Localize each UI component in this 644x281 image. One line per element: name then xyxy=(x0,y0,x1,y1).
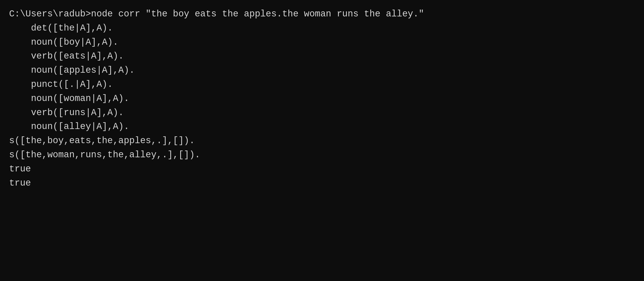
output-line: verb([eats|A],A). xyxy=(9,49,635,63)
output-line: noun([alley|A],A). xyxy=(9,120,635,134)
output-line: noun([woman|A],A). xyxy=(9,92,635,106)
output-line: true xyxy=(9,176,635,190)
output-line: s([the,boy,eats,the,apples,.],[]). xyxy=(9,134,635,148)
output-line: true xyxy=(9,162,635,176)
terminal-window: C:\Users\radub>node corr "the boy eats t… xyxy=(0,0,644,281)
output-line: s([the,woman,runs,the,alley,.],[]). xyxy=(9,148,635,162)
output-line: noun([apples|A],A). xyxy=(9,63,635,78)
output-line: verb([runs|A],A). xyxy=(9,106,635,120)
terminal-output: det([the|A],A). noun([boy|A],A). verb([e… xyxy=(9,21,635,190)
output-line: punct([.|A],A). xyxy=(9,78,635,92)
output-line: det([the|A],A). xyxy=(9,21,635,35)
output-line: noun([boy|A],A). xyxy=(9,35,635,49)
terminal-content: C:\Users\radub>node corr "the boy eats t… xyxy=(9,7,635,21)
command-line: C:\Users\radub>node corr "the boy eats t… xyxy=(9,9,424,19)
